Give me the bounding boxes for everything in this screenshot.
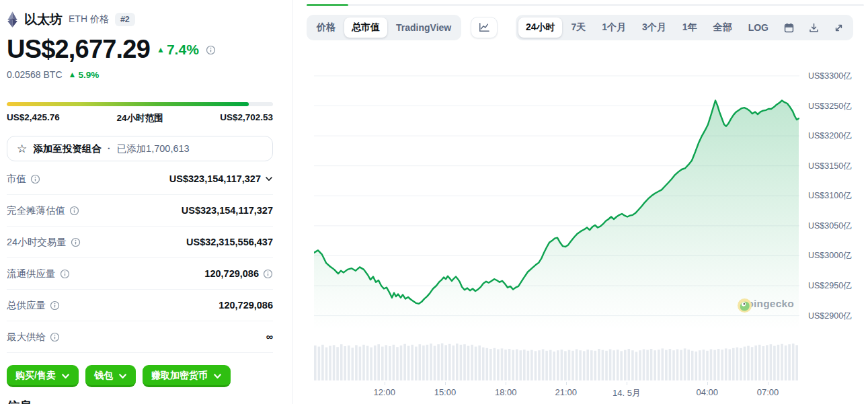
volume-bar xyxy=(650,349,653,380)
info-icon[interactable] xyxy=(60,269,70,279)
volume-bar xyxy=(762,346,765,380)
volume-bar xyxy=(773,346,776,381)
table-row-total-supply: 总供应量 120,729,086 xyxy=(7,290,273,321)
volume-bar xyxy=(520,350,522,380)
y-axis-label: US$3150亿 xyxy=(808,161,852,172)
earn-crypto-button[interactable]: 赚取加密货币 xyxy=(143,365,231,387)
tab-range-log[interactable]: LOG xyxy=(741,18,776,37)
volume-bar xyxy=(385,345,388,380)
x-axis-tick xyxy=(566,382,567,385)
download-icon xyxy=(808,22,820,34)
table-row-max-supply: 最大供给 ∞ xyxy=(7,321,273,353)
info-icon[interactable] xyxy=(50,300,60,311)
chart-area: coingecko US$3300亿US$3250亿US$3200亿US$315… xyxy=(307,65,864,330)
scroll-progress-fill xyxy=(307,4,348,6)
volume-bar xyxy=(643,350,645,381)
btc-price-row: 0.02568 BTC ▲ 5.9% xyxy=(7,69,273,80)
price-change: ▲ 7.4% xyxy=(157,42,199,58)
up-arrow-icon: ▲ xyxy=(157,46,165,54)
wallet-button[interactable]: 钱包 xyxy=(85,365,136,387)
volume-bar xyxy=(717,349,720,380)
y-axis-label: US$2950亿 xyxy=(808,280,852,292)
volume-bar xyxy=(564,351,567,380)
price-change-value: 7.4% xyxy=(167,42,199,58)
download-button[interactable] xyxy=(802,18,826,38)
tab-tradingview[interactable]: TradingView xyxy=(389,18,459,37)
coin-price: US$2,677.29 xyxy=(7,35,150,64)
volume-bar xyxy=(680,350,682,380)
volume-bar xyxy=(374,346,377,380)
volume-bar xyxy=(508,349,511,380)
volume-bar xyxy=(695,352,698,380)
tab-market-cap[interactable]: 总市值 xyxy=(344,17,387,38)
x-axis-tick xyxy=(445,382,446,385)
price-info-icon[interactable] xyxy=(206,44,216,54)
volume-bar xyxy=(314,346,317,380)
volume-bar xyxy=(729,350,732,381)
volume-bar xyxy=(516,350,518,381)
volume-bar xyxy=(393,345,395,380)
tab-range-24h[interactable]: 24小时 xyxy=(518,17,563,38)
volume-bar xyxy=(684,348,686,380)
tab-range-3m[interactable]: 3个月 xyxy=(635,17,674,38)
line-chart-icon xyxy=(478,22,490,33)
volume-bar xyxy=(732,348,735,380)
stats-table: 市值 US$323,154,117,327 完全摊薄估值 US$323,154,… xyxy=(7,163,273,353)
volume-bar xyxy=(740,348,742,380)
volume-bar xyxy=(594,351,597,380)
tab-range-7d[interactable]: 7天 xyxy=(563,17,593,38)
volume-bar xyxy=(422,346,425,380)
volume-bar xyxy=(676,350,679,381)
watermark: coingecko xyxy=(737,298,794,310)
x-axis-label: 14. 5月 xyxy=(613,387,641,399)
volume-bar xyxy=(448,344,451,380)
expand-icon xyxy=(833,22,844,34)
x-axis-label: 04:00 xyxy=(697,387,719,397)
tab-range-1y[interactable]: 1年 xyxy=(675,17,705,38)
chevron-down-icon xyxy=(61,372,70,380)
volume-bar xyxy=(721,350,723,380)
volume-bar xyxy=(617,350,619,380)
volume-bar xyxy=(321,345,324,380)
volume-bar xyxy=(758,345,761,380)
stat-value: US$323,154,117,327 xyxy=(182,205,273,216)
table-row-circulating-supply: 流通供应量 120,729,086 xyxy=(7,258,273,290)
info-icon[interactable] xyxy=(69,206,79,216)
info-icon[interactable] xyxy=(71,237,81,247)
y-axis-label: US$3000亿 xyxy=(808,250,852,261)
y-axis-label: US$3050亿 xyxy=(808,220,852,232)
volume-bar xyxy=(620,351,623,380)
info-icon[interactable] xyxy=(30,174,40,184)
stat-label: 市值 xyxy=(7,173,26,186)
range-bar-fill xyxy=(7,102,249,106)
tab-range-all[interactable]: 全部 xyxy=(706,17,740,38)
add-to-portfolio-button[interactable]: ☆ 添加至投资组合 · 已添加1,700,613 xyxy=(7,136,273,161)
volume-bar xyxy=(389,346,391,380)
volume-bar xyxy=(781,344,783,380)
stat-label: 流通供应量 xyxy=(7,268,56,280)
stat-value-expandable[interactable]: US$323,154,117,327 xyxy=(169,173,273,184)
chevron-down-icon xyxy=(118,372,127,380)
y-axis-label: US$3300亿 xyxy=(808,71,852,82)
price-plot[interactable]: coingecko xyxy=(314,65,799,330)
fullscreen-button[interactable] xyxy=(827,18,851,38)
volume-bar xyxy=(654,350,656,380)
buy-sell-button[interactable]: 购买/售卖 xyxy=(7,365,79,387)
volume-bar xyxy=(396,347,399,380)
volume-bar xyxy=(377,344,380,380)
tab-range-1m[interactable]: 1个月 xyxy=(594,17,633,38)
btc-change: ▲ 5.9% xyxy=(69,70,100,80)
volume-bar xyxy=(710,350,713,381)
info-icon[interactable] xyxy=(50,332,60,342)
volume-bar xyxy=(400,346,403,380)
tab-price[interactable]: 价格 xyxy=(309,17,343,38)
calendar-button[interactable] xyxy=(777,18,801,38)
volume-bar xyxy=(549,350,552,380)
info-icon[interactable] xyxy=(263,269,273,279)
volume-bar xyxy=(475,347,477,380)
page: 以太坊 ETH 价格 #2 US$2,677.29 ▲ 7.4% 0.02568… xyxy=(0,0,868,404)
x-axis-tick xyxy=(385,382,385,385)
x-axis-label: 18:00 xyxy=(495,387,517,397)
chart-type-button[interactable] xyxy=(471,17,498,38)
volume-bar xyxy=(751,347,754,380)
